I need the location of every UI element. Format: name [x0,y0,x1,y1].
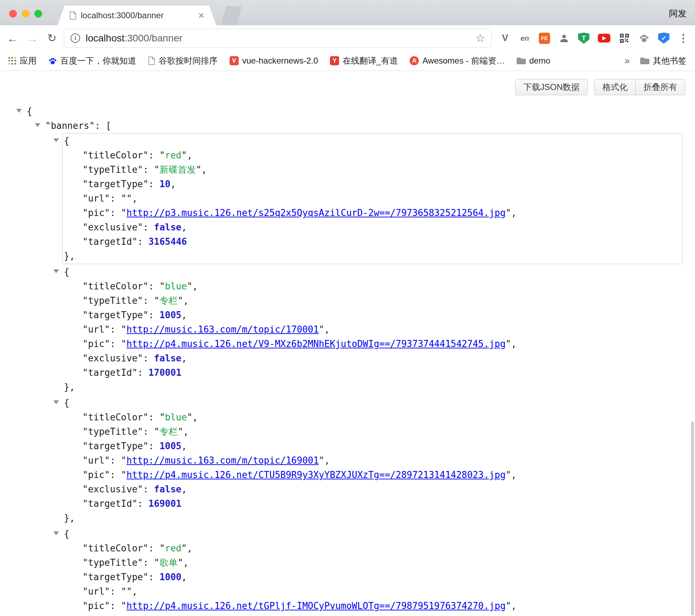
folder-icon [640,57,649,64]
paw-extension-icon[interactable] [638,33,650,44]
bookmark-item-vue-hackernews[interactable]: V vue-hackernews-2.0 [230,56,318,66]
json-punctuation: : [143,164,154,175]
tab-close-icon[interactable]: × [198,10,204,21]
json-key: "typeTitle" [82,295,143,306]
json-punctuation: " [181,543,187,553]
youdao-icon: Y [330,56,339,65]
json-punctuation: [ [106,120,111,131]
json-string: 歌单 [159,557,178,568]
json-punctuation: , [183,295,189,306]
json-line: { [62,265,682,279]
browser-menu-icon[interactable]: ⋮ [678,33,689,44]
shield-check-extension-icon[interactable]: ✓ [658,33,669,44]
json-line: "targetType": 1005, [62,439,682,453]
back-button[interactable]: ← [5,32,20,44]
json-key: "exclusive" [82,484,143,494]
bookmark-label: 在线翻译_有道 [343,55,398,66]
json-punctuation: : [138,498,148,509]
json-line: { [62,396,682,410]
youtube-extension-icon[interactable] [598,34,610,42]
bookmark-star-icon[interactable]: ☆ [475,33,485,44]
url-bar[interactable]: i localhost:3000/banner ☆ [64,29,492,48]
download-json-button[interactable]: 下载JSON数据 [515,79,588,95]
json-punctuation: " [159,150,165,160]
json-key: "typeTitle" [82,557,143,568]
collapse-caret-icon[interactable] [53,269,59,273]
json-number: 3165446 [148,236,187,247]
bookmark-item-awesomes[interactable]: A Awesomes - 前端资… [410,55,504,66]
bookmark-item-google-sort[interactable]: 谷歌按时间排序 [148,55,218,66]
json-punctuation: : [110,470,121,480]
json-line: "targetId": 3165446 [62,235,682,249]
json-punctuation: : [143,557,154,568]
page-icon [148,57,155,65]
profile-extension-icon[interactable] [558,33,570,44]
bookmarks-overflow-chevron[interactable]: » [624,55,630,66]
bookmark-label: 百度一下，你就知道 [60,55,136,66]
json-line: "titleColor": "blue", [62,410,682,425]
qrcode-extension-icon[interactable] [619,33,630,44]
page-content: 下载JSON数据 格式化 折叠所有 {"banners": [{"titleCo… [0,71,695,616]
json-punctuation: : [110,339,121,349]
json-punctuation: : [148,441,159,451]
json-punctuation: , [183,557,189,568]
json-punctuation: : [143,222,154,232]
json-key: "targetType" [82,572,148,582]
json-key: "pic" [82,339,110,349]
json-array-item: {"titleColor": "blue","typeTitle": "专栏",… [62,395,683,526]
baidu-paw-icon [48,57,57,65]
json-array-item: {"titleColor": "blue","typeTitle": "专栏",… [62,264,683,395]
collapse-caret-icon[interactable] [53,400,59,404]
json-punctuation: { [27,106,32,117]
forward-button[interactable]: → [25,32,40,44]
collapse-caret-icon[interactable] [35,123,40,127]
json-punctuation: { [64,398,70,408]
scrollbar-thumb[interactable] [691,421,694,615]
collapse-caret-icon[interactable] [53,531,59,535]
other-bookmarks[interactable]: 其他书签 [640,55,687,66]
json-line: "pic": "http://p3.music.126.net/s25q2x5Q… [62,206,682,220]
json-link[interactable]: http://p4.music.126.net/CTU5B9R9y3XyYBZX… [126,470,505,480]
format-button[interactable]: 格式化 [594,79,636,95]
close-window-button[interactable] [9,10,17,18]
json-number: 169001 [148,498,181,509]
json-line: "pic": "http://p4.music.126.net/tGPljf-I… [62,599,682,613]
bookmark-item-youdao[interactable]: Y 在线翻译_有道 [330,55,398,66]
fe-extension-icon[interactable]: FE [539,33,550,44]
json-link[interactable]: http://p4.music.126.net/tGPljf-IMOCyPvum… [126,601,505,611]
json-punctuation: , [181,572,187,582]
browser-tab[interactable]: localhost:3000/banner × [58,6,216,25]
json-number: 1000 [159,572,181,582]
bookmark-item-demo[interactable]: demo [517,56,550,66]
json-link[interactable]: http://p4.music.126.net/V9-MXz6b2MNhEKju… [126,339,505,349]
json-line: "typeTitle": "专栏", [62,294,682,308]
translate-extension-icon[interactable]: en [519,33,530,44]
shield-t-extension-icon[interactable]: T [578,33,589,44]
bookmark-item-apps[interactable]: 应用 [8,55,37,66]
json-punctuation: , [511,339,517,349]
json-punctuation: , [181,310,187,320]
json-punctuation: , [132,586,138,597]
json-line: "exclusive": false, [62,482,682,497]
json-link[interactable]: http://music.163.com/m/topic/169001 [126,455,319,466]
json-link[interactable]: http://p3.music.126.net/s25q2x5QyqsAzilC… [126,208,505,218]
json-link[interactable]: http://music.163.com/m/topic/170001 [126,324,319,335]
bookmark-item-baidu[interactable]: 百度一下，你就知道 [48,55,136,66]
json-line: "typeTitle": "专栏", [62,425,682,439]
json-punctuation: " [121,470,127,480]
json-key: "url" [82,193,110,204]
page-info-icon[interactable]: i [71,33,80,43]
new-tab-button[interactable] [221,6,241,25]
json-punctuation: " [178,295,183,306]
json-punctuation: " [121,208,127,218]
zoom-window-button[interactable] [34,10,42,18]
vimium-extension-icon[interactable]: V [499,33,511,44]
json-key: "titleColor" [82,150,148,160]
reload-button[interactable]: ↻ [44,33,60,44]
collapse-caret-icon[interactable] [53,138,59,142]
json-punctuation: : [138,367,148,378]
minimize-window-button[interactable] [22,10,29,18]
collapse-caret-icon[interactable] [16,109,22,113]
collapse-all-button[interactable]: 折叠所有 [635,79,685,95]
json-line: "targetType": 1000, [62,570,682,584]
